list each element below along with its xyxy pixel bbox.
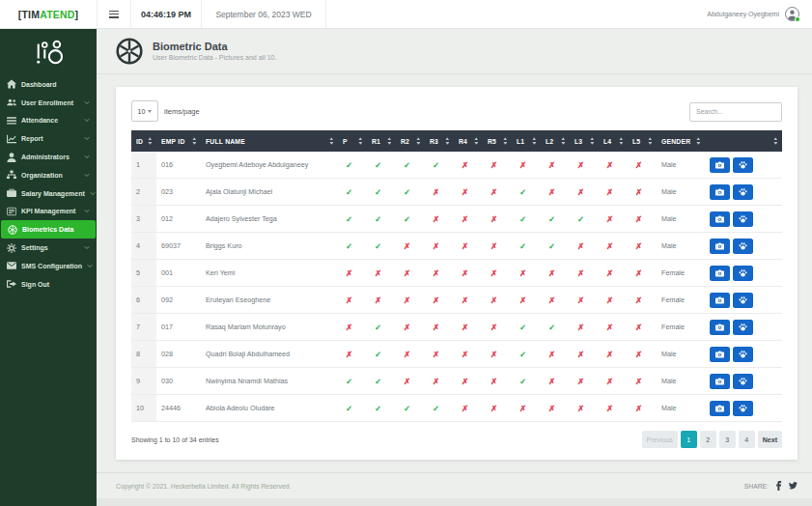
camera-button[interactable] — [710, 320, 730, 335]
pagination-page-1[interactable]: 1 — [681, 431, 697, 448]
cross-icon: ✗ — [517, 160, 526, 170]
gear-icon — [7, 243, 16, 253]
column-header-l4[interactable]: L4 — [599, 130, 628, 152]
pagination-page-3[interactable]: 3 — [719, 431, 736, 448]
cell-mark-r2: ✗ — [396, 287, 425, 314]
column-header-gender[interactable]: GENDER — [657, 130, 705, 152]
column-header-full-name[interactable]: FULL NAME — [201, 130, 338, 152]
column-header-p[interactable]: P — [338, 130, 367, 152]
sidebar-toggle-button[interactable] — [98, 0, 131, 28]
cell-mark-l3: ✗ — [570, 314, 599, 341]
sidebar-item-administrators[interactable]: Administrators — [0, 148, 97, 166]
items-per-page-select[interactable]: 10 — [131, 100, 158, 122]
sidebar-item-label: Sign Out — [21, 281, 90, 288]
paw-button[interactable] — [733, 401, 753, 416]
bottom-strip — [97, 498, 812, 506]
paw-button[interactable] — [733, 239, 753, 254]
attendance-icon — [7, 116, 16, 126]
cross-icon: ✗ — [401, 323, 410, 332]
pagination-page-4[interactable]: 4 — [739, 431, 755, 448]
paw-button[interactable] — [733, 293, 753, 308]
cell-mark-r3: ✓ — [425, 152, 454, 179]
twitter-icon[interactable] — [788, 481, 798, 491]
column-header-id[interactable]: ID — [131, 130, 156, 152]
sidebar-item-sms-configuration[interactable]: SMS Configuration — [0, 257, 97, 275]
paw-button[interactable] — [733, 211, 753, 227]
column-header-r3[interactable]: R3 — [425, 130, 454, 152]
camera-button[interactable] — [710, 266, 730, 281]
cell-mark-p: ✓ — [338, 206, 367, 233]
column-header-actions[interactable] — [705, 130, 782, 152]
table-row: 3012Adajero Sylvester Tega✓✓✓✗✗✗✓✓✓✗✗Mal… — [131, 206, 782, 233]
sort-icon — [619, 137, 624, 145]
camera-button[interactable] — [710, 157, 730, 173]
pagination-page-2[interactable]: 2 — [700, 431, 716, 448]
column-header-l5[interactable]: L5 — [628, 130, 657, 152]
column-header-l2[interactable]: L2 — [541, 130, 570, 152]
cell-emp-id: 69037 — [156, 233, 201, 260]
column-header-r5[interactable]: R5 — [483, 130, 512, 152]
sidebar-item-salary-management[interactable]: Salary Management — [0, 184, 97, 203]
clock-date: September 06, 2023 WED — [202, 0, 326, 28]
check-icon: ✓ — [401, 404, 410, 413]
avatar — [785, 7, 799, 21]
camera-button[interactable] — [710, 211, 730, 227]
sidebar-item-report[interactable]: Report — [0, 129, 97, 148]
cell-actions — [705, 206, 782, 233]
sidebar-item-label: SMS Configuration — [21, 263, 82, 269]
sidebar-item-dashboard[interactable]: Dashboard — [0, 75, 97, 94]
column-header-emp-id[interactable]: EMP ID — [156, 130, 201, 152]
sidebar-item-organization[interactable]: Organization — [0, 166, 97, 184]
camera-button[interactable] — [710, 293, 730, 308]
camera-button[interactable] — [710, 347, 730, 362]
sidebar-item-user-enrollment[interactable]: User Enrollment — [0, 94, 97, 112]
camera-button[interactable] — [710, 401, 730, 416]
column-header-l3[interactable]: L3 — [570, 130, 599, 152]
page-subtitle: User Biometric Data - Pictures and all 1… — [153, 54, 276, 61]
cell-mark-r1: ✗ — [367, 260, 396, 287]
aperture-icon — [116, 38, 143, 65]
sidebar-item-sign-out[interactable]: Sign Out — [0, 275, 97, 294]
cell-mark-r1: ✓ — [367, 179, 396, 206]
cell-mark-l5: ✗ — [628, 287, 657, 314]
paw-button[interactable] — [733, 374, 753, 389]
camera-button[interactable] — [710, 184, 730, 200]
cell-mark-l4: ✗ — [599, 395, 628, 422]
camera-button[interactable] — [710, 374, 730, 389]
paw-button[interactable] — [733, 347, 753, 362]
cross-icon: ✗ — [517, 404, 526, 413]
paw-button[interactable] — [733, 184, 753, 200]
column-header-r1[interactable]: R1 — [367, 130, 396, 152]
column-header-l1[interactable]: L1 — [512, 130, 541, 152]
paw-button[interactable] — [733, 266, 753, 281]
column-header-r4[interactable]: R4 — [454, 130, 483, 152]
check-icon: ✓ — [546, 241, 555, 251]
cross-icon: ✗ — [430, 214, 439, 224]
home-icon — [7, 79, 16, 89]
cell-actions — [705, 314, 782, 341]
envelope-icon — [7, 261, 16, 270]
paw-button[interactable] — [733, 320, 753, 335]
facebook-icon[interactable] — [773, 481, 783, 491]
cross-icon: ✗ — [488, 268, 497, 278]
column-header-r2[interactable]: R2 — [396, 130, 425, 152]
camera-button[interactable] — [710, 239, 730, 254]
cross-icon: ✗ — [401, 295, 410, 305]
pagination-previous-button[interactable]: Previous — [642, 431, 678, 448]
paw-icon — [739, 157, 747, 172]
sidebar-item-settings[interactable]: Settings — [0, 239, 97, 257]
search-input[interactable] — [689, 102, 782, 122]
sidebar-item-biometrics-data[interactable]: Biometrics Data — [1, 220, 96, 239]
cell-gender: Male — [657, 341, 705, 368]
user-name: Abdulganeey Oyegbemi — [707, 11, 779, 17]
cell-mark-r4: ✗ — [454, 395, 483, 422]
pagination-next-button[interactable]: Next — [758, 431, 782, 448]
cell-id: 6 — [131, 287, 156, 314]
table-header-row: ID EMP ID FULL NAME P R1 R2 R3 R4 R5 L1 … — [131, 130, 782, 152]
paw-button[interactable] — [733, 157, 753, 173]
user-profile-menu[interactable]: Abdulganeey Oyegbemi — [694, 0, 812, 28]
sidebar-item-kpi-management[interactable]: KPI Management — [0, 203, 97, 221]
cell-mark-r1: ✓ — [367, 341, 396, 368]
sidebar-item-attendance[interactable]: Attendance — [0, 112, 97, 130]
cell-mark-r3: ✗ — [425, 206, 454, 233]
